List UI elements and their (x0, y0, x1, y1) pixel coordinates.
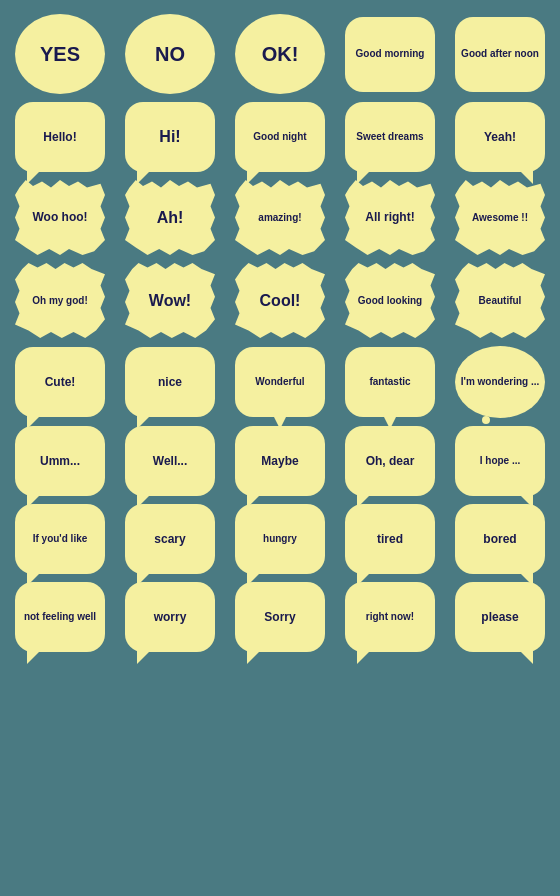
sticker-39[interactable]: please (455, 582, 545, 652)
sticker-label: Ah! (153, 202, 188, 233)
sticker-label: Beautiful (475, 289, 526, 313)
sticker-wrapper: OK! (229, 14, 331, 94)
sticker-wrapper: Sweet dreams (339, 102, 441, 172)
sticker-wrapper: Maybe (229, 426, 331, 496)
sticker-wrapper: Woo hoo! (9, 180, 111, 255)
sticker-label: worry (150, 604, 191, 630)
sticker-9[interactable]: Yeah! (455, 102, 545, 172)
sticker-label: Good night (249, 125, 310, 149)
sticker-wrapper: tired (339, 504, 441, 574)
sticker-4[interactable]: Good after noon (455, 17, 545, 92)
sticker-label: Oh, dear (362, 448, 419, 474)
sticker-6[interactable]: Hi! (125, 102, 215, 172)
sticker-wrapper: If you'd like (9, 504, 111, 574)
sticker-wrapper: I hope ... (449, 426, 551, 496)
sticker-label: Well... (149, 448, 191, 474)
sticker-25[interactable]: Umm... (15, 426, 105, 496)
sticker-label: Wow! (145, 285, 195, 316)
sticker-wrapper: All right! (339, 180, 441, 255)
sticker-wrapper: not feeling well (9, 582, 111, 652)
sticker-label: OK! (258, 36, 303, 72)
sticker-14[interactable]: Awesome !! (455, 180, 545, 255)
sticker-26[interactable]: Well... (125, 426, 215, 496)
sticker-wrapper: right now! (339, 582, 441, 652)
sticker-wrapper: scary (119, 504, 221, 574)
sticker-wrapper: YES (9, 14, 111, 94)
sticker-35[interactable]: not feeling well (15, 582, 105, 652)
sticker-wrapper: Cute! (9, 346, 111, 418)
sticker-wrapper: Beautiful (449, 263, 551, 338)
sticker-label: fantastic (365, 370, 414, 394)
sticker-24[interactable]: I'm wondering ... (455, 346, 545, 418)
sticker-17[interactable]: Cool! (235, 263, 325, 338)
sticker-wrapper: Yeah! (449, 102, 551, 172)
sticker-wrapper: bored (449, 504, 551, 574)
sticker-wrapper: Wow! (119, 263, 221, 338)
sticker-20[interactable]: Cute! (15, 347, 105, 417)
sticker-12[interactable]: amazing! (235, 180, 325, 255)
sticker-label: tired (373, 526, 407, 552)
sticker-22[interactable]: Wonderful (235, 347, 325, 417)
sticker-wrapper: Oh, dear (339, 426, 441, 496)
sticker-2[interactable]: OK! (235, 14, 325, 94)
sticker-15[interactable]: Oh my god! (15, 263, 105, 338)
sticker-30[interactable]: If you'd like (15, 504, 105, 574)
sticker-label: Hi! (155, 121, 184, 152)
sticker-grid: YESNOOK!Good morningGood after noonHello… (5, 10, 555, 656)
sticker-7[interactable]: Good night (235, 102, 325, 172)
sticker-wrapper: hungry (229, 504, 331, 574)
sticker-21[interactable]: nice (125, 347, 215, 417)
sticker-33[interactable]: tired (345, 504, 435, 574)
sticker-wrapper: Oh my god! (9, 263, 111, 338)
sticker-27[interactable]: Maybe (235, 426, 325, 496)
sticker-28[interactable]: Oh, dear (345, 426, 435, 496)
sticker-label: right now! (362, 605, 418, 629)
sticker-wrapper: I'm wondering ... (449, 346, 551, 418)
sticker-11[interactable]: Ah! (125, 180, 215, 255)
sticker-38[interactable]: right now! (345, 582, 435, 652)
sticker-29[interactable]: I hope ... (455, 426, 545, 496)
sticker-wrapper: Sorry (229, 582, 331, 652)
sticker-label: Wonderful (251, 370, 308, 394)
sticker-37[interactable]: Sorry (235, 582, 325, 652)
sticker-0[interactable]: YES (15, 14, 105, 94)
sticker-wrapper: Good night (229, 102, 331, 172)
sticker-label: Oh my god! (28, 289, 92, 313)
sticker-wrapper: Good looking (339, 263, 441, 338)
sticker-label: Cool! (256, 285, 305, 316)
sticker-label: All right! (361, 204, 418, 230)
sticker-wrapper: nice (119, 346, 221, 418)
sticker-label: Good after noon (457, 42, 543, 66)
sticker-31[interactable]: scary (125, 504, 215, 574)
sticker-3[interactable]: Good morning (345, 17, 435, 92)
sticker-19[interactable]: Beautiful (455, 263, 545, 338)
sticker-wrapper: NO (119, 14, 221, 94)
sticker-wrapper: amazing! (229, 180, 331, 255)
sticker-wrapper: Well... (119, 426, 221, 496)
sticker-label: amazing! (254, 206, 305, 230)
sticker-label: hungry (259, 527, 301, 551)
sticker-wrapper: worry (119, 582, 221, 652)
sticker-wrapper: Cool! (229, 263, 331, 338)
sticker-8[interactable]: Sweet dreams (345, 102, 435, 172)
sticker-32[interactable]: hungry (235, 504, 325, 574)
sticker-5[interactable]: Hello! (15, 102, 105, 172)
sticker-18[interactable]: Good looking (345, 263, 435, 338)
sticker-wrapper: Umm... (9, 426, 111, 496)
sticker-23[interactable]: fantastic (345, 347, 435, 417)
sticker-wrapper: Good morning (339, 14, 441, 94)
sticker-wrapper: fantastic (339, 346, 441, 418)
sticker-wrapper: Hello! (9, 102, 111, 172)
sticker-16[interactable]: Wow! (125, 263, 215, 338)
sticker-label: Sweet dreams (352, 125, 427, 149)
sticker-1[interactable]: NO (125, 14, 215, 94)
sticker-34[interactable]: bored (455, 504, 545, 574)
sticker-10[interactable]: Woo hoo! (15, 180, 105, 255)
sticker-label: scary (150, 526, 189, 552)
sticker-label: Awesome !! (468, 206, 532, 230)
sticker-wrapper: please (449, 582, 551, 652)
sticker-label: Good looking (354, 289, 426, 313)
sticker-label: bored (479, 526, 520, 552)
sticker-36[interactable]: worry (125, 582, 215, 652)
sticker-13[interactable]: All right! (345, 180, 435, 255)
